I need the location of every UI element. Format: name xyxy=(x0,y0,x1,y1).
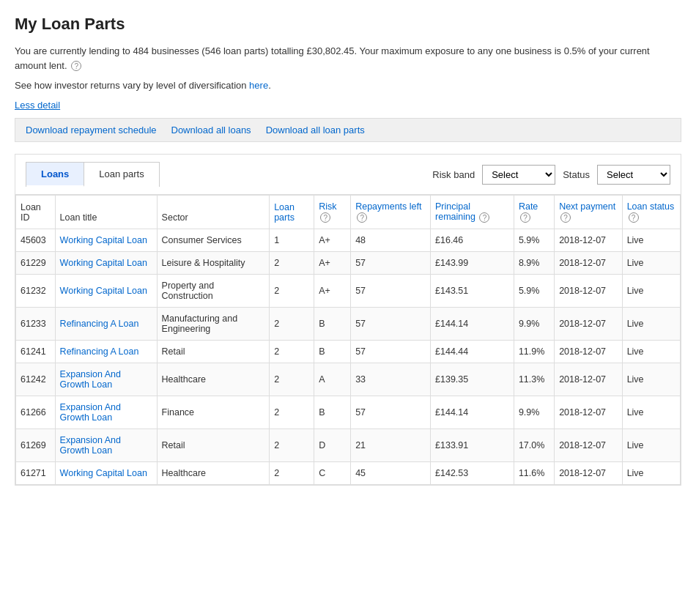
download-all-loans-link[interactable]: Download all loans xyxy=(171,125,251,136)
next-payment-help-icon[interactable]: ? xyxy=(560,212,571,223)
cell-principal-remaining: £143.99 xyxy=(431,251,514,274)
cell-loan-id: 61229 xyxy=(16,251,56,274)
cell-repayments-left: 33 xyxy=(351,363,431,396)
cell-loan-id: 61232 xyxy=(16,274,56,307)
cell-repayments-left: 57 xyxy=(351,274,431,307)
rate-help-icon[interactable]: ? xyxy=(520,212,530,223)
summary-help-icon[interactable]: ? xyxy=(71,61,81,71)
tab-loan-parts[interactable]: Loan parts xyxy=(84,163,158,187)
cell-sector: Finance xyxy=(157,396,270,428)
table-row: 61269 Expansion And Growth Loan Retail 2… xyxy=(16,428,681,461)
page-container: My Loan Parts You are currently lending … xyxy=(0,0,696,500)
risk-band-select[interactable]: Select xyxy=(482,165,555,185)
cell-repayments-left: 21 xyxy=(351,428,431,461)
cell-repayments-left: 48 xyxy=(351,229,431,251)
cell-principal-remaining: £143.51 xyxy=(431,274,514,307)
cell-rate: 5.9% xyxy=(514,274,554,307)
cell-rate: 11.3% xyxy=(514,363,554,396)
col-rate: Rate ? xyxy=(514,196,554,229)
col-loan-parts: Loan parts xyxy=(270,196,314,229)
cell-risk: A+ xyxy=(314,274,351,307)
cell-loan-id: 61271 xyxy=(16,461,56,484)
loan-status-help-icon[interactable]: ? xyxy=(629,212,639,223)
cell-principal-remaining: £144.44 xyxy=(431,340,514,363)
cell-next-payment: 2018-12-07 xyxy=(555,428,623,461)
cell-next-payment: 2018-12-07 xyxy=(555,363,623,396)
col-sector: Sector xyxy=(157,196,270,229)
download-bar: Download repayment schedule Download all… xyxy=(15,118,681,142)
cell-risk: B xyxy=(314,340,351,363)
cell-next-payment: 2018-12-07 xyxy=(555,396,623,428)
filter-row: Risk band Select Status Select xyxy=(432,165,670,185)
cell-next-payment: 2018-12-07 xyxy=(555,251,623,274)
loans-table: Loan ID Loan title Sector Loan parts Ris… xyxy=(15,195,681,485)
loan-title-link[interactable]: Working Capital Loan xyxy=(60,286,147,296)
loan-title-link[interactable]: Expansion And Growth Loan xyxy=(60,369,121,390)
cell-loan-parts: 2 xyxy=(270,363,314,396)
col-loan-title: Loan title xyxy=(55,196,157,229)
download-repayment-link[interactable]: Download repayment schedule xyxy=(26,125,157,136)
table-row: 45603 Working Capital Loan Consumer Serv… xyxy=(16,229,681,251)
cell-principal-remaining: £16.46 xyxy=(431,229,514,251)
cell-rate: 11.9% xyxy=(514,340,554,363)
cell-loan-title: Working Capital Loan xyxy=(55,274,157,307)
col-principal-remaining: Principal remaining ? xyxy=(431,196,514,229)
cell-loan-status: Live xyxy=(622,274,680,307)
download-all-parts-link[interactable]: Download all loan parts xyxy=(266,125,365,136)
cell-principal-remaining: £142.53 xyxy=(431,461,514,484)
cell-loan-id: 61233 xyxy=(16,307,56,340)
table-wrapper: Loan ID Loan title Sector Loan parts Ris… xyxy=(15,194,681,486)
cell-rate: 11.6% xyxy=(514,461,554,484)
repayments-help-icon[interactable]: ? xyxy=(357,212,367,223)
cell-loan-title: Expansion And Growth Loan xyxy=(55,363,157,396)
cell-loan-status: Live xyxy=(622,363,680,396)
principal-help-icon[interactable]: ? xyxy=(479,212,489,223)
table-row: 61232 Working Capital Loan Property and … xyxy=(16,274,681,307)
loan-title-link[interactable]: Working Capital Loan xyxy=(60,468,147,478)
cell-next-payment: 2018-12-07 xyxy=(555,229,623,251)
table-row: 61242 Expansion And Growth Loan Healthca… xyxy=(16,363,681,396)
cell-loan-id: 61266 xyxy=(16,396,56,428)
loan-title-link[interactable]: Working Capital Loan xyxy=(60,235,147,245)
loan-title-link[interactable]: Expansion And Growth Loan xyxy=(60,402,121,423)
risk-help-icon[interactable]: ? xyxy=(320,212,330,223)
cell-principal-remaining: £144.14 xyxy=(431,396,514,428)
tab-loans[interactable]: Loans xyxy=(26,163,84,187)
cell-principal-remaining: £133.91 xyxy=(431,428,514,461)
cell-loan-id: 61269 xyxy=(16,428,56,461)
cell-loan-id: 61242 xyxy=(16,363,56,396)
tabs-container: Loans Loan parts xyxy=(26,162,160,187)
cell-next-payment: 2018-12-07 xyxy=(555,307,623,340)
cell-risk: A+ xyxy=(314,251,351,274)
cell-sector: Leisure & Hospitality xyxy=(157,251,270,274)
cell-loan-parts: 2 xyxy=(270,340,314,363)
status-select[interactable]: Select xyxy=(597,165,670,185)
cell-loan-parts: 2 xyxy=(270,307,314,340)
cell-risk: C xyxy=(314,461,351,484)
cell-loan-title: Working Capital Loan xyxy=(55,229,157,251)
cell-risk: B xyxy=(314,307,351,340)
cell-sector: Retail xyxy=(157,428,270,461)
see-how-text: See how investor returns vary by level o… xyxy=(15,80,681,91)
col-repayments-left: Repayments left ? xyxy=(351,196,431,229)
cell-risk: A xyxy=(314,363,351,396)
table-row: 61241 Refinancing A Loan Retail 2 B 57 £… xyxy=(16,340,681,363)
loan-title-link[interactable]: Refinancing A Loan xyxy=(60,346,139,357)
loan-title-link[interactable]: Working Capital Loan xyxy=(60,258,147,268)
loan-title-link[interactable]: Expansion And Growth Loan xyxy=(60,435,121,456)
cell-principal-remaining: £139.35 xyxy=(431,363,514,396)
cell-sector: Retail xyxy=(157,340,270,363)
here-link[interactable]: here xyxy=(249,80,268,91)
cell-loan-status: Live xyxy=(622,461,680,484)
cell-loan-parts: 2 xyxy=(270,428,314,461)
cell-principal-remaining: £144.14 xyxy=(431,307,514,340)
loan-title-link[interactable]: Refinancing A Loan xyxy=(60,319,139,329)
cell-loan-parts: 2 xyxy=(270,396,314,428)
less-detail-link[interactable]: Less detail xyxy=(15,100,60,111)
page-title: My Loan Parts xyxy=(15,15,681,34)
tabs-filter-section: Loans Loan parts Risk band Select Status… xyxy=(15,154,681,194)
cell-repayments-left: 45 xyxy=(351,461,431,484)
cell-rate: 17.0% xyxy=(514,428,554,461)
cell-rate: 8.9% xyxy=(514,251,554,274)
cell-loan-parts: 1 xyxy=(270,229,314,251)
